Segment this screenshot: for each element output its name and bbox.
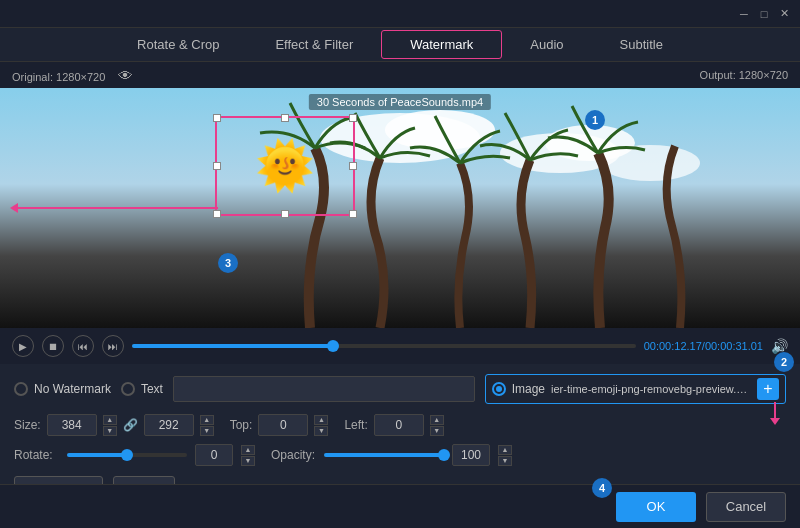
resize-handle-br[interactable] [349, 210, 357, 218]
image-label: Image [512, 382, 545, 396]
size-width-up[interactable]: ▲ [103, 415, 117, 425]
rotate-slider-thumb[interactable] [121, 449, 133, 461]
left-input[interactable] [374, 414, 424, 436]
tab-watermark[interactable]: Watermark [381, 30, 502, 59]
resize-handle-lm[interactable] [213, 162, 221, 170]
close-button[interactable]: ✕ [776, 6, 792, 22]
opacity-value-input[interactable] [452, 444, 490, 466]
time-display: 00:00:12.17/00:00:31.01 [644, 340, 763, 352]
left-group: Left: ▲ ▼ [344, 414, 443, 436]
opacity-down[interactable]: ▼ [498, 456, 512, 466]
prev-frame-button[interactable]: ⏮ [72, 335, 94, 357]
text-radio[interactable] [121, 382, 135, 396]
size-label: Size: [14, 418, 41, 432]
progress-fill [132, 344, 333, 348]
top-spinners: ▲ ▼ [314, 415, 328, 436]
maximize-button[interactable]: □ [756, 6, 772, 22]
ok-button[interactable]: OK [616, 492, 696, 522]
file-title-overlay: 30 Seconds of PeaceSounds.mp4 [309, 94, 491, 110]
left-up[interactable]: ▲ [430, 415, 444, 425]
original-label: Original: [12, 71, 53, 83]
resize-handle-tl[interactable] [213, 114, 221, 122]
original-info: Original: 1280×720 👁 [12, 67, 133, 84]
tab-bar: Rotate & Crop Effect & Filter Watermark … [0, 28, 800, 62]
tab-effect-filter[interactable]: Effect & Filter [247, 31, 381, 58]
progress-thumb[interactable] [327, 340, 339, 352]
no-watermark-radio[interactable] [14, 382, 28, 396]
top-down[interactable]: ▼ [314, 426, 328, 436]
opacity-slider-fill [324, 453, 444, 457]
next-frame-button[interactable]: ⏭ [102, 335, 124, 357]
left-label: Left: [344, 418, 367, 432]
no-watermark-option[interactable]: No Watermark [14, 382, 111, 396]
opacity-slider-track[interactable] [324, 453, 444, 457]
output-label: Output: [700, 69, 736, 81]
image-option[interactable]: Image ier-time-emoji-png-removebg-previe… [485, 374, 786, 404]
bottom-bar: 4 OK Cancel [0, 484, 800, 528]
rotate-down[interactable]: ▼ [241, 456, 255, 466]
rotate-spinners: ▲ ▼ [241, 445, 255, 466]
arrow-head [10, 203, 18, 213]
sliders-row: Rotate: ▲ ▼ Opacity: ▲ ▼ [14, 444, 786, 466]
tab-rotate-crop[interactable]: Rotate & Crop [109, 31, 247, 58]
top-label: Top: [230, 418, 253, 432]
rotate-label: Rotate: [14, 448, 59, 462]
arrow-indicator [10, 203, 218, 213]
eye-icon[interactable]: 👁 [118, 67, 133, 84]
opacity-spinners: ▲ ▼ [498, 445, 512, 466]
link-icon[interactable]: 🔗 [123, 418, 138, 432]
rotate-value-input[interactable] [195, 444, 233, 466]
top-input[interactable] [258, 414, 308, 436]
rotate-slider-track[interactable] [67, 453, 187, 457]
opacity-label: Opacity: [271, 448, 316, 462]
size-height-down[interactable]: ▼ [200, 426, 214, 436]
watermark-preview-box[interactable]: 🌞 [215, 116, 355, 216]
opacity-group: Opacity: ▲ ▼ [271, 444, 512, 466]
stop-button[interactable]: ⏹ [42, 335, 64, 357]
arrow-down-head [770, 418, 780, 425]
resize-handle-bm[interactable] [281, 210, 289, 218]
size-width-down[interactable]: ▼ [103, 426, 117, 436]
top-group: Top: ▲ ▼ [230, 414, 329, 436]
size-width-input[interactable] [47, 414, 97, 436]
rotate-group: Rotate: ▲ ▼ [14, 444, 255, 466]
text-input-field[interactable] [173, 376, 475, 402]
svg-point-5 [600, 145, 700, 181]
output-res: 1280×720 [739, 69, 788, 81]
tab-audio[interactable]: Audio [502, 31, 591, 58]
size-group: Size: ▲ ▼ 🔗 ▲ ▼ [14, 414, 214, 436]
opacity-up[interactable]: ▲ [498, 445, 512, 455]
size-width-spinners: ▲ ▼ [103, 415, 117, 436]
resize-handle-tr[interactable] [349, 114, 357, 122]
tab-subtitle[interactable]: Subtitle [592, 31, 691, 58]
arrow-down-line [774, 402, 776, 418]
image-radio[interactable] [492, 382, 506, 396]
cancel-button[interactable]: Cancel [706, 492, 786, 522]
add-image-button[interactable]: + [757, 378, 779, 400]
opacity-slider-thumb[interactable] [438, 449, 450, 461]
watermark-emoji: 🌞 [255, 142, 315, 190]
top-up[interactable]: ▲ [314, 415, 328, 425]
resize-handle-tm[interactable] [281, 114, 289, 122]
text-option[interactable]: Text [121, 382, 163, 396]
arrow-down-indicator [770, 402, 780, 425]
size-height-input[interactable] [144, 414, 194, 436]
image-section-container: Image ier-time-emoji-png-removebg-previe… [485, 374, 786, 404]
badge-1: 1 [585, 110, 605, 130]
timeline-bar: ▶ ⏹ ⏮ ⏭ 00:00:12.17/00:00:31.01 🔊 [0, 328, 800, 364]
size-height-up[interactable]: ▲ [200, 415, 214, 425]
preview-area: 30 Seconds of PeaceSounds.mp4 1 🌞 3 [0, 88, 800, 328]
text-label: Text [141, 382, 163, 396]
resize-handle-rm[interactable] [349, 162, 357, 170]
size-height-spinners: ▲ ▼ [200, 415, 214, 436]
left-spinners: ▲ ▼ [430, 415, 444, 436]
ok-container: 4 OK [616, 492, 696, 522]
play-button[interactable]: ▶ [12, 335, 34, 357]
left-down[interactable]: ▼ [430, 426, 444, 436]
progress-track[interactable] [132, 344, 636, 348]
original-res: 1280×720 [56, 71, 105, 83]
svg-point-2 [385, 110, 495, 150]
rotate-slider-fill [67, 453, 127, 457]
rotate-up[interactable]: ▲ [241, 445, 255, 455]
minimize-button[interactable]: ─ [736, 6, 752, 22]
